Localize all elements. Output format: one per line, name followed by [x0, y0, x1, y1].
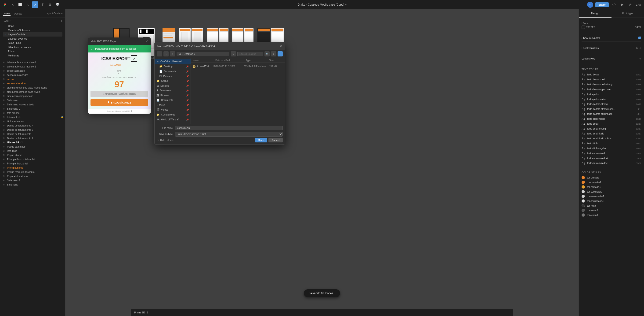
- cs-cor-secundaria-2[interactable]: cor-secundaria-2: [582, 194, 641, 199]
- tab-assets[interactable]: Assets: [14, 12, 22, 16]
- tab-layers[interactable]: Layers: [3, 12, 10, 16]
- layer-sidemenu-2b[interactable]: ⊞ Sidemenu-2: [0, 178, 65, 183]
- fd-sidebar-item-onedrive[interactable]: ☁ OneDrive - Personal: [154, 59, 190, 64]
- ts-botao-uppercase[interactable]: Ag texto-botao-uppercase 14/19: [582, 87, 641, 92]
- layer-lista-controle[interactable]: ⊞ lista-controle 🔒: [0, 115, 65, 119]
- layer-principal-horizontal-tablet[interactable]: ⊞ Principal-horizontal-tablet: [0, 157, 65, 162]
- frame-tool[interactable]: ⬜: [17, 2, 24, 8]
- select-tool[interactable]: ↗: [32, 2, 38, 8]
- fd-sidebar-item-pictures1[interactable]: 🖼 Pictures 📌: [154, 74, 190, 78]
- fd-sidebar-item-pictures2[interactable]: 🖼 Pictures 📌: [154, 93, 190, 98]
- layer-secao[interactable]: ⊞ secao: [0, 77, 65, 81]
- fd-col-type[interactable]: Type: [246, 59, 269, 62]
- ts-titulo-regular[interactable]: Ag texto-titulo-regular 16/22: [582, 146, 641, 151]
- ts-customizado[interactable]: Ag texto-customizado 30/37: [582, 151, 641, 156]
- text-tool[interactable]: T: [39, 2, 46, 8]
- ts-small-italic-sublinh[interactable]: Ag texto-small-italic-sublinh... 12/17: [582, 136, 641, 141]
- layer-popup-regra[interactable]: ⊞ Popup regra do desconto: [0, 170, 65, 174]
- fd-forward-button[interactable]: →: [164, 51, 168, 56]
- layer-sidemenu-niveis-icone[interactable]: ⊞ sidemenu-campos-base-niveis-icone: [0, 85, 65, 90]
- fd-sidebar-item-desktop2[interactable]: 🖥 Desktop 📌: [154, 83, 190, 88]
- layer-popup-idioma[interactable]: ⊞ Popup Idioma: [0, 153, 65, 157]
- page-item-materiais[interactable]: Materiais/Splashes: [3, 28, 62, 32]
- fd-sidebar-item-github[interactable]: 📁 GitHub 📌: [154, 78, 190, 83]
- page-item-capa[interactable]: Capa: [3, 24, 62, 28]
- layer-secao-relacionados[interactable]: ⊞ secao-relacionados: [0, 73, 65, 77]
- add-page-button[interactable]: +: [60, 19, 62, 23]
- layer-lista-links[interactable]: ⊞ lista-links: [0, 149, 65, 153]
- fd-filename-input[interactable]: [175, 126, 283, 130]
- ts-small-italic[interactable]: Ag texto-small-italic 12/17: [582, 131, 641, 136]
- page-item-prints[interactable]: Prints: [3, 49, 62, 53]
- fd-path-bar[interactable]: 🖥 › Desktop ›: [176, 52, 230, 56]
- fd-refresh-button[interactable]: ↻: [231, 51, 236, 56]
- ts-botao-small[interactable]: Ag texto-botao-small 10/15: [582, 77, 641, 82]
- ts-padrao-italic[interactable]: Ag texto-padrao-italic 14/19: [582, 97, 641, 102]
- ts-small-strong[interactable]: Ag texto-small-strong 12/17: [582, 126, 641, 131]
- cs-cor-primaria-3[interactable]: cor-primaria-3: [582, 185, 641, 189]
- layer-principal-home[interactable]: ⊞ Principal/home: [0, 166, 65, 170]
- fd-file-row[interactable]: 🗜 icones97.zip 12/16/2023 12:32 PM WinRA…: [191, 64, 285, 69]
- ts-botao-small-strong[interactable]: Ag texto-botao-small-strong 10/15: [582, 82, 641, 87]
- show-exports-checkbox[interactable]: ✓: [638, 37, 641, 39]
- page-item-layout[interactable]: ✓ Layout Carrinho: [3, 32, 62, 37]
- local-vars-sort-icon[interactable]: ⇅: [636, 46, 638, 50]
- page-color-swatch[interactable]: [582, 26, 585, 29]
- ts-padrao-strong[interactable]: Ag texto-padrao-strong 14/19: [582, 102, 641, 107]
- comment-tool[interactable]: 💬: [54, 2, 61, 8]
- ts-titulo[interactable]: Ag texto-titulo 16/22: [582, 141, 641, 146]
- layer-foto-grande[interactable]: ⊞ foto-grande: [0, 111, 65, 115]
- ts-placeholder[interactable]: Ag texto-placeholder 13/18: [582, 116, 641, 121]
- cs-cor-secundaria[interactable]: cor-secundaria: [582, 189, 641, 194]
- fd-savetype-select[interactable]: WinRAR ZIP archive (*.zip): [175, 132, 283, 136]
- fd-sidebar-item-wow[interactable]: 🎮 World of Warcraft 📌: [154, 117, 190, 122]
- fd-sidebar-item-desktop1[interactable]: 📁 Desktop 📌: [154, 64, 190, 69]
- fd-back-button[interactable]: ←: [157, 51, 162, 56]
- layer-titulos-fundos[interactable]: ⊞ titulos-e-fundos: [0, 119, 65, 123]
- share-button[interactable]: Share: [595, 2, 609, 7]
- fd-sidebar-item-documents2[interactable]: 📄 Documents 📌: [154, 98, 190, 103]
- layer-dados-fat[interactable]: ⊞ Dados de faturamento: [0, 132, 65, 136]
- fd-sidebar-item-combatmode[interactable]: 📁 CombatMode 📌: [154, 112, 190, 117]
- fd-close-button[interactable]: ✕: [280, 44, 282, 48]
- ts-padrao[interactable]: Ag texto-padrao 14/22: [582, 92, 641, 97]
- fd-sidebar-item-music[interactable]: ♪ Music 📌: [154, 103, 190, 107]
- ts-padrao-sublinhado[interactable]: Ag texto-padrao-sublinhado 14/...: [582, 111, 641, 116]
- code-view-btn[interactable]: </>: [611, 2, 617, 8]
- fd-sidebar-item-videos[interactable]: 🎬 Videos 📌: [154, 107, 190, 112]
- component-tool[interactable]: ⊞: [47, 2, 53, 8]
- ts-customizado-3[interactable]: Ag texto-customizado-3 30/37: [582, 161, 641, 166]
- fd-save-button[interactable]: Save: [255, 138, 267, 142]
- fd-search-input[interactable]: [237, 52, 263, 56]
- fd-info-button[interactable]: i: [278, 51, 283, 56]
- zoom-level[interactable]: 17%: [636, 3, 641, 6]
- cs-cor-primaria[interactable]: cor-primaria: [582, 175, 641, 180]
- layer-sidemenu-b[interactable]: ⊞ Sidemenu: [0, 183, 65, 187]
- local-vars-add-icon[interactable]: +: [639, 46, 641, 50]
- layer-secao-cabecalhu[interactable]: ⊞ secao-cabecalhu: [0, 81, 65, 85]
- layer-dados-fat-3[interactable]: ⊞ Dados de faturamento 3: [0, 128, 65, 132]
- layer-principal-horizontal[interactable]: ⊞ Principal-horizontal: [0, 162, 65, 166]
- page-item-telas[interactable]: Telas Fixas: [3, 41, 62, 45]
- layer-sidemenu-icones[interactable]: ⊞ Sidemenu-icones-e-texto: [0, 102, 65, 107]
- ts-padrao-strong-subl[interactable]: Ag texto-padrao-strong-subl... 14/...: [582, 107, 641, 111]
- page-item-melhorias[interactable]: Melhorias: [3, 53, 62, 58]
- shape-tool[interactable]: △: [24, 2, 31, 8]
- layer-popup-caminhos[interactable]: ⊞ Popup-caminhos: [0, 144, 65, 149]
- fd-up-button[interactable]: ↑: [170, 51, 175, 56]
- fd-search-icon[interactable]: 🔍: [264, 51, 270, 56]
- cs-cor-secundaria-3[interactable]: cor-secundaria-3: [582, 199, 641, 203]
- fd-col-size[interactable]: Size: [269, 59, 283, 62]
- fd-hide-folders-toggle[interactable]: ▼ Hide Folders: [157, 139, 174, 141]
- cs-cor-primaria-2[interactable]: cor-primaria-2: [582, 180, 641, 185]
- tab-design[interactable]: Design: [579, 9, 612, 18]
- fd-col-date[interactable]: Date modified: [215, 59, 246, 62]
- layer-sidemenu-base[interactable]: ⊞ sidemenu-campos-base: [0, 94, 65, 98]
- more-options-btn[interactable]: A↑: [628, 2, 634, 8]
- move-tool[interactable]: ↖: [9, 2, 16, 8]
- tab-prototype[interactable]: Prototype: [612, 9, 644, 18]
- fd-cancel-button[interactable]: Cancel: [268, 138, 283, 142]
- ts-customizado-2[interactable]: Ag texto-customizado-2 30/37: [582, 156, 641, 161]
- fd-view-options-btn[interactable]: ≡: [271, 51, 276, 56]
- local-styles-add-button[interactable]: +: [639, 57, 641, 60]
